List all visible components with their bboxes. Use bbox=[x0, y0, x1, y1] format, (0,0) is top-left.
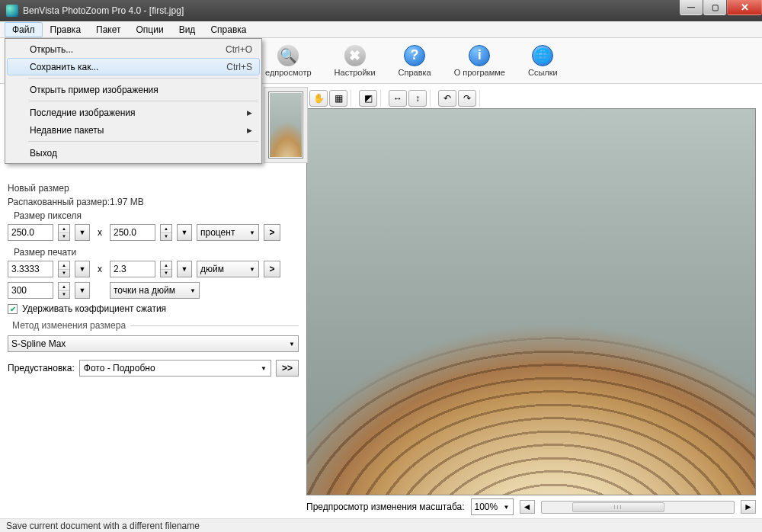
menu-batch[interactable]: Пакет bbox=[88, 22, 128, 37]
right-panel: ✋ ▦ ◩ ↔ ↕ ↶ ↷ Предпросмотр изменения мас… bbox=[306, 84, 762, 518]
titlebar: BenVista PhotoZoom Pro 4.0 - [first.jpg]… bbox=[0, 0, 762, 21]
zoom-bar: Предпросмотр изменения масштаба: 100%▼ ◄… bbox=[306, 495, 756, 518]
print-height-input[interactable] bbox=[110, 261, 155, 277]
menu-edit[interactable]: Правка bbox=[43, 22, 89, 37]
resize-method-group-label: Метод изменения размера bbox=[8, 320, 299, 331]
preview-image bbox=[307, 109, 755, 495]
rotate-left-icon: ↶ bbox=[443, 93, 451, 104]
flip-v-button[interactable]: ↕ bbox=[408, 90, 427, 107]
statusbar: Save current document with a different f… bbox=[0, 518, 762, 532]
close-icon: ✕ bbox=[741, 2, 749, 13]
dpi-unit-select[interactable]: точки на дюйм▼ bbox=[110, 282, 200, 299]
pixel-size-arrow-button[interactable]: > bbox=[264, 224, 280, 241]
minimize-icon: — bbox=[687, 3, 695, 11]
flip-h-button[interactable]: ↔ bbox=[389, 90, 407, 107]
toolbar-preview-button[interactable]: 🔍 едпросмотр bbox=[259, 42, 318, 80]
pixel-height-lock-button[interactable]: ▼ bbox=[177, 224, 192, 241]
thumbnail-panel bbox=[264, 87, 308, 163]
scroll-right-button[interactable]: ► bbox=[741, 500, 756, 514]
menu-separator bbox=[28, 78, 258, 79]
chevron-down-icon: ▼ bbox=[261, 365, 267, 372]
dpi-lock-button[interactable]: ▼ bbox=[75, 282, 90, 299]
menu-open-sample[interactable]: Открыть пример изображения bbox=[7, 81, 260, 98]
close-button[interactable]: ✕ bbox=[727, 0, 762, 15]
print-unit-select[interactable]: дюйм▼ bbox=[197, 261, 259, 277]
new-size-label: Новый размер bbox=[8, 183, 299, 194]
menu-save-as[interactable]: Сохранить как... Ctrl+S bbox=[7, 58, 260, 75]
menu-options[interactable]: Опции bbox=[129, 22, 171, 37]
triangle-left-icon: ◄ bbox=[523, 502, 532, 512]
menu-separator bbox=[28, 101, 258, 101]
image-viewport[interactable] bbox=[306, 108, 756, 495]
pixel-width-lock-button[interactable]: ▼ bbox=[75, 224, 90, 241]
scroll-left-button[interactable]: ◄ bbox=[520, 500, 535, 514]
print-height-lock-button[interactable]: ▼ bbox=[177, 261, 192, 277]
menu-recent-images[interactable]: Последние изображения ▶ bbox=[7, 104, 260, 121]
x-label: x bbox=[94, 264, 105, 274]
resize-method-select[interactable]: S-Spline Max▼ bbox=[8, 335, 299, 352]
crop-tool-button[interactable]: ◩ bbox=[359, 90, 377, 107]
unpacked-size-label: Распакованный размер:1.97 MB bbox=[8, 197, 299, 207]
print-size-label: Размер печати bbox=[8, 247, 299, 258]
flip-v-icon: ↕ bbox=[415, 93, 420, 104]
maximize-button[interactable]: ▢ bbox=[703, 0, 726, 15]
minimize-button[interactable]: — bbox=[680, 0, 703, 15]
preset-more-button[interactable]: >> bbox=[276, 360, 299, 377]
crop-icon: ◩ bbox=[364, 93, 373, 104]
horizontal-scrollbar[interactable]: III bbox=[541, 501, 735, 514]
marquee-icon: ▦ bbox=[335, 93, 343, 104]
menu-help[interactable]: Справка bbox=[203, 22, 254, 37]
rotate-left-button[interactable]: ↶ bbox=[438, 90, 456, 107]
toolbar-about-button[interactable]: i О программе bbox=[448, 42, 511, 80]
dpi-input[interactable] bbox=[8, 282, 53, 299]
chevron-down-icon: ▼ bbox=[249, 266, 255, 273]
pixel-height-input[interactable] bbox=[110, 224, 155, 241]
keep-ratio-checkbox[interactable]: ✔ bbox=[8, 304, 18, 314]
maximize-icon: ▢ bbox=[712, 3, 719, 11]
keep-ratio-label: Удерживать коэффициент сжатия bbox=[22, 303, 166, 314]
statusbar-text: Save current document with a different f… bbox=[6, 521, 200, 531]
globe-icon: 🌐 bbox=[532, 45, 553, 66]
menu-open[interactable]: Открыть... Ctrl+O bbox=[7, 40, 260, 58]
submenu-arrow-icon: ▶ bbox=[247, 127, 252, 134]
menu-view[interactable]: Вид bbox=[171, 22, 203, 37]
print-width-lock-button[interactable]: ▼ bbox=[75, 261, 90, 277]
pixel-unit-select[interactable]: процент▼ bbox=[197, 224, 259, 241]
print-height-spinner[interactable]: ▲▼ bbox=[160, 261, 172, 277]
rotate-right-button[interactable]: ↷ bbox=[458, 90, 476, 107]
file-menu-dropdown: Открыть... Ctrl+O Сохранить как... Ctrl+… bbox=[5, 38, 262, 164]
info-icon: i bbox=[469, 45, 490, 66]
chevron-down-icon: ▼ bbox=[504, 504, 510, 511]
preset-label: Предустановка: bbox=[8, 363, 75, 373]
pixel-width-spinner[interactable]: ▲▼ bbox=[58, 224, 70, 241]
pixel-height-spinner[interactable]: ▲▼ bbox=[160, 224, 172, 241]
print-width-input[interactable] bbox=[8, 261, 53, 277]
titlebar-text: BenVista PhotoZoom Pro 4.0 - [first.jpg] bbox=[23, 5, 184, 16]
print-width-spinner[interactable]: ▲▼ bbox=[58, 261, 70, 277]
toolbar-links-button[interactable]: 🌐 Ссылки bbox=[522, 42, 564, 80]
menubar: Файл Правка Пакет Опции Вид Справка bbox=[0, 21, 762, 38]
thumbnail-image[interactable] bbox=[269, 92, 303, 158]
flip-h-icon: ↔ bbox=[393, 93, 402, 104]
app-icon bbox=[6, 5, 18, 17]
toolbar-settings-button[interactable]: ✖ Настройки bbox=[328, 42, 382, 80]
settings-icon: ✖ bbox=[344, 45, 366, 66]
print-size-arrow-button[interactable]: > bbox=[264, 261, 280, 277]
scrollbar-thumb[interactable]: III bbox=[572, 502, 664, 512]
preset-select[interactable]: Фото - Подробно▼ bbox=[79, 360, 271, 377]
chevron-down-icon: ▼ bbox=[249, 229, 255, 236]
zoom-select[interactable]: 100%▼ bbox=[471, 498, 514, 515]
image-toolbar: ✋ ▦ ◩ ↔ ↕ ↶ ↷ bbox=[306, 88, 756, 108]
dpi-spinner[interactable]: ▲▼ bbox=[58, 282, 70, 299]
menu-exit[interactable]: Выход bbox=[7, 144, 260, 162]
submenu-arrow-icon: ▶ bbox=[247, 109, 252, 117]
marquee-tool-button[interactable]: ▦ bbox=[329, 90, 347, 107]
toolbar-help-button[interactable]: ? Справка bbox=[392, 42, 437, 80]
hand-tool-button[interactable]: ✋ bbox=[309, 90, 328, 107]
pixel-width-input[interactable] bbox=[8, 224, 53, 241]
menu-recent-batches[interactable]: Недавние пакеты ▶ bbox=[7, 121, 260, 139]
pixel-size-label: Размер пикселя bbox=[8, 210, 299, 221]
chevron-down-icon: ▼ bbox=[190, 287, 196, 294]
triangle-right-icon: ► bbox=[744, 502, 753, 512]
menu-file[interactable]: Файл bbox=[5, 22, 43, 37]
